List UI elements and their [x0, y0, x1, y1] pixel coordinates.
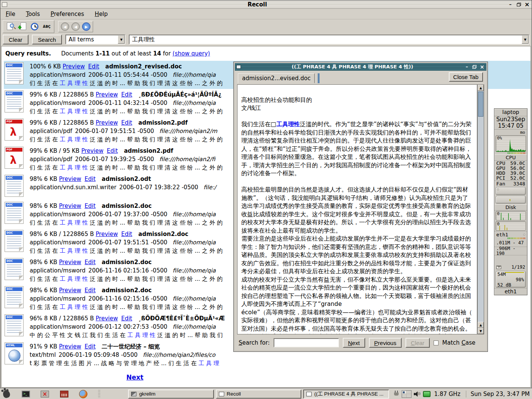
- menu-help[interactable]: Help: [95, 11, 108, 17]
- taskbar-window-recoll[interactable]: Recoll: [216, 390, 301, 399]
- fan-meter[interactable]: [496, 187, 526, 195]
- advanced-search-icon[interactable]: [5, 22, 15, 32]
- disk-section-label[interactable]: Disk: [494, 204, 527, 211]
- preview-restore-button[interactable]: [472, 65, 477, 70]
- result-title: admission2.doc: [138, 231, 188, 238]
- preview-close-button[interactable]: ×: [479, 65, 485, 70]
- power-plug-icon[interactable]: [394, 391, 399, 397]
- prev-page-icon[interactable]: ◀: [71, 22, 80, 31]
- spell-expand-icon[interactable]: ÅBÇ: [42, 22, 52, 32]
- minimize-button[interactable]: –: [507, 2, 513, 7]
- first-page-icon[interactable]: ◀: [61, 22, 69, 31]
- firefox-launcher-icon[interactable]: [79, 390, 87, 399]
- preview-link[interactable]: Preview: [63, 63, 85, 70]
- typewriter-launcher-icon[interactable]: [60, 390, 68, 399]
- history-arrow-icon[interactable]: ▼: [522, 35, 529, 44]
- disk-read-chart[interactable]: 0: [496, 211, 526, 220]
- cpu-freq-value: 1.87 GHz: [434, 391, 461, 397]
- preview-link[interactable]: Preview: [96, 231, 118, 238]
- search-button[interactable]: Search: [32, 35, 62, 44]
- search-mode-combo[interactable]: All terms ▼: [65, 35, 125, 44]
- file-type-strip: DOC: [6, 231, 22, 235]
- edit-link[interactable]: Edit: [85, 343, 96, 350]
- taskbar-window-gkrellm[interactable]: gkrellm: [128, 390, 214, 399]
- find-previous-button[interactable]: Previous: [369, 338, 402, 348]
- net-interface-label[interactable]: eth1: [496, 232, 508, 237]
- gkrellm-hostname[interactable]: laptop: [494, 109, 527, 116]
- preview-link[interactable]: Preview: [96, 315, 118, 322]
- taskbar-window-preview[interactable]: ((工 PHRASE 4 具 PHRASE ...: [303, 390, 389, 399]
- window-menu-icon[interactable]: [2, 2, 7, 7]
- preview-find-bar: Search for: Next Previous Clear Match Ca…: [236, 336, 486, 350]
- result-url: file:///home/qia: [173, 239, 216, 246]
- preview-link[interactable]: Preview: [96, 91, 118, 98]
- edit-link[interactable]: Edit: [107, 147, 118, 154]
- clear-button[interactable]: Clear: [3, 35, 28, 44]
- gnome-menu-icon[interactable]: [2, 390, 11, 399]
- menu-preferences[interactable]: Preferences: [51, 11, 84, 17]
- scrollbar-thumb[interactable]: [478, 92, 483, 117]
- edit-link[interactable]: Edit: [121, 119, 132, 126]
- cpu-chart[interactable]: 0%: [496, 135, 526, 152]
- taskbar-clock[interactable]: Sun Sep 23, 3:47 PM: [466, 391, 530, 397]
- close-tab-button[interactable]: Close Tab: [449, 72, 483, 82]
- search-input[interactable]: [130, 36, 522, 43]
- match-case-checkbox[interactable]: [434, 340, 439, 345]
- edit-link[interactable]: Edit: [88, 63, 99, 70]
- result-snippet: t 彩 票 管 理 生 活 图 片 ... 战 略 与 管 理 地 产 经 ..…: [30, 359, 219, 367]
- menu-file[interactable]: File: [6, 11, 15, 17]
- cpu-section-label[interactable]: CPU: [494, 154, 527, 161]
- tasklist-handle[interactable]: [98, 390, 100, 398]
- scroll-up-icon[interactable]: ▲: [478, 85, 484, 91]
- next-page-icon[interactable]: ▶: [82, 22, 90, 31]
- result-title: ¸ßÕÐÖÆ¶È£ºÏ¯È±ÖÐµÄ¹«Æ: [138, 315, 225, 322]
- edit-link[interactable]: Edit: [121, 231, 132, 238]
- find-clear-button[interactable]: Clear: [405, 338, 430, 348]
- scroll-up-icon-bottom[interactable]: ▲: [478, 322, 484, 328]
- edit-link[interactable]: Edit: [85, 287, 96, 294]
- workspace-switcher[interactable]: [402, 390, 412, 398]
- combo-arrow-icon[interactable]: ▼: [118, 35, 125, 44]
- fan-chart[interactable]: [496, 196, 526, 204]
- scroll-down-icon[interactable]: ▼: [478, 328, 484, 334]
- preview-text[interactable]: 高校招生的社会功能和目的 文/钱江 我们生活在□工具理性泛滥的时代。作为“世之显…: [237, 84, 477, 334]
- preview-link[interactable]: Preview: [59, 287, 81, 294]
- sort-parameters-icon[interactable]: [17, 22, 27, 32]
- preview-minimize-button[interactable]: –: [464, 65, 470, 70]
- cpu-freq-icon[interactable]: [423, 391, 431, 397]
- preview-link[interactable]: Preview: [59, 343, 81, 350]
- find-input[interactable]: [274, 338, 339, 347]
- find-next-button[interactable]: Next: [343, 338, 365, 348]
- preview-scrollbar[interactable]: ▲ ▲ ▼: [477, 84, 484, 334]
- edit-link[interactable]: Edit: [85, 176, 96, 182]
- terminal-launcher-icon[interactable]: >_: [21, 390, 30, 399]
- preview-link[interactable]: Preview: [59, 259, 81, 266]
- preview-link[interactable]: Preview: [96, 119, 118, 126]
- memory-meter[interactable]: 54M 98% 52 dB: [496, 271, 526, 288]
- fan-label: Fan: [496, 181, 505, 186]
- preview-window-menu-icon[interactable]: [236, 65, 241, 69]
- restore-button[interactable]: [516, 2, 522, 7]
- lock-screen-icon[interactable]: ×: [41, 390, 49, 399]
- snippet-text: 们 生 活 在: [30, 80, 60, 87]
- next-page-link[interactable]: Next: [127, 374, 144, 381]
- gkrellm-bottom-label[interactable]: eth1: [494, 288, 527, 295]
- volume-icon[interactable]: ))): [414, 391, 421, 397]
- edit-link[interactable]: Edit: [85, 259, 96, 266]
- close-button[interactable]: ×: [524, 2, 530, 7]
- preview-link[interactable]: Preview: [59, 176, 81, 182]
- edit-link[interactable]: Edit: [121, 91, 132, 98]
- mail-icon[interactable]: [496, 266, 501, 269]
- term-explorer-clock-icon[interactable]: [30, 22, 40, 32]
- gkrellm-clock[interactable]: Sun23Sep 15:47 05: [494, 116, 527, 130]
- preview-titlebar: ((工 PHRASE 4 具 PHRASE 4 理 PHRASE 4 性)) –…: [235, 63, 486, 71]
- disk-write-chart[interactable]: 0: [496, 221, 526, 231]
- result-mime-date: application/msword 2006-01-07 19:51:51 -…: [30, 239, 167, 246]
- preview-tab[interactable]: admission2...evised.doc: [238, 73, 315, 83]
- preview-link[interactable]: Preview: [59, 203, 81, 209]
- show-query-link[interactable]: (show query): [173, 50, 210, 57]
- preview-link[interactable]: Preview: [81, 147, 103, 154]
- menu-tools[interactable]: Tools: [26, 11, 40, 17]
- edit-link[interactable]: Edit: [121, 315, 132, 322]
- edit-link[interactable]: Edit: [85, 203, 96, 209]
